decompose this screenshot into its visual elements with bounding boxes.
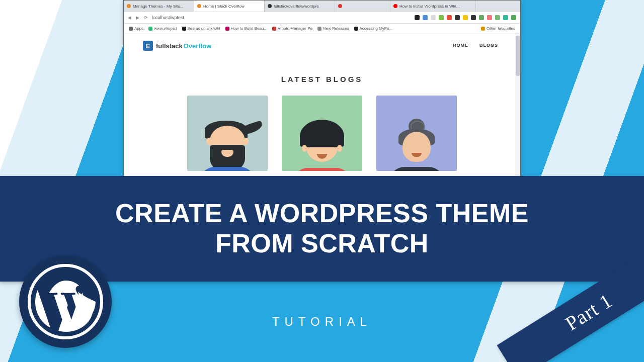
main-title-line2: FROM SCRATCH — [215, 229, 429, 258]
wordpress-badge — [19, 255, 112, 348]
main-title: CREATE A WORDPRESS THEME FROM SCRATCH — [115, 199, 529, 259]
tutorial-label: TUTORIAL — [272, 315, 372, 329]
wordpress-icon — [28, 264, 103, 339]
thumbnail-stage: Manage Themes - My Site... Home | Stack … — [0, 0, 644, 362]
main-title-line1: CREATE A WORDPRESS THEME — [115, 199, 529, 228]
